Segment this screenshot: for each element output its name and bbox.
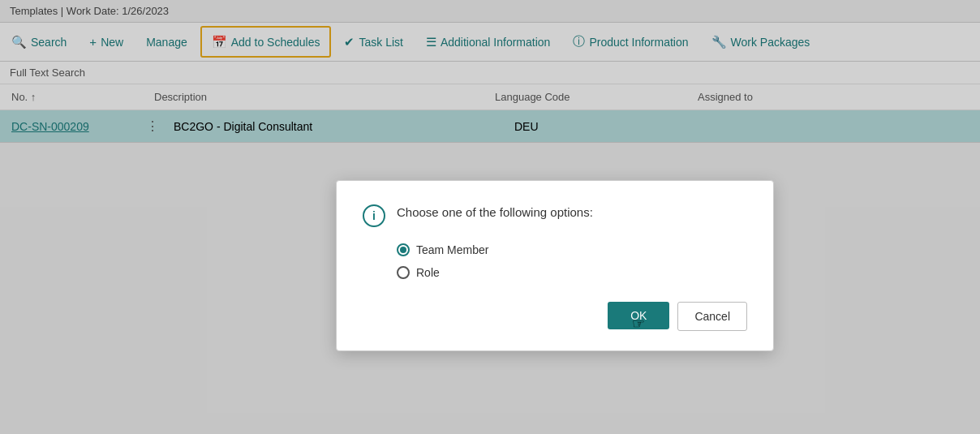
ok-button-wrapper: OK ☞ — [608, 302, 669, 331]
modal-title: Choose one of the following options: — [397, 204, 593, 221]
cancel-button[interactable]: Cancel — [677, 302, 747, 331]
radio-team-member-label: Team Member — [416, 243, 488, 256]
modal-buttons: OK ☞ Cancel — [363, 302, 747, 331]
modal-options: Team Member Role — [397, 243, 747, 279]
modal-header: i Choose one of the following options: — [363, 204, 747, 227]
radio-role-circle — [397, 266, 410, 279]
radio-team-member[interactable]: Team Member — [397, 243, 747, 256]
modal-info-icon: i — [363, 204, 385, 227]
cursor-icon: ☞ — [632, 315, 645, 333]
modal-dialog: i Choose one of the following options: T… — [336, 180, 774, 351]
radio-role-label: Role — [416, 266, 440, 279]
radio-team-member-circle — [397, 243, 410, 256]
modal-overlay: i Choose one of the following options: T… — [0, 0, 980, 434]
radio-role[interactable]: Role — [397, 266, 747, 279]
